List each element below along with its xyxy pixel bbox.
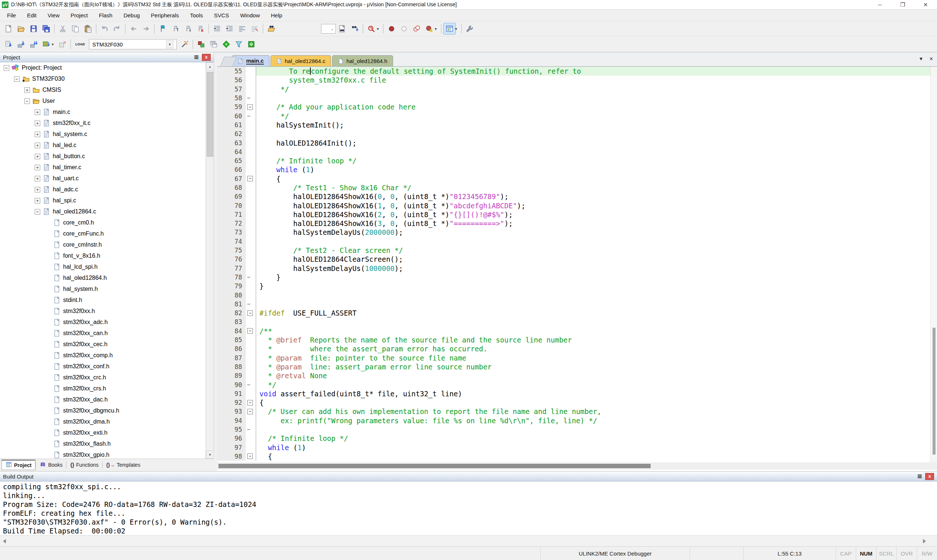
menu-peripherals[interactable]: Peripherals — [145, 9, 185, 21]
collapse-icon[interactable]: − — [4, 65, 9, 71]
pin-icon[interactable]: 𝌆 — [194, 54, 199, 60]
fold-collapse-icon[interactable]: − — [247, 454, 253, 459]
code-line[interactable]: 67− { — [217, 174, 930, 183]
new-file-button[interactable] — [2, 23, 15, 35]
code-line[interactable]: 95 — [217, 425, 930, 434]
fold-collapse-icon[interactable]: − — [247, 104, 253, 110]
code-line[interactable]: 80 — [217, 291, 930, 299]
scroll-thumb[interactable] — [207, 72, 213, 157]
uncomment-button[interactable] — [249, 23, 261, 35]
tree-item[interactable]: +hal_led.c — [0, 140, 205, 151]
tree-item[interactable]: stm32f0xx_exti.h — [0, 427, 205, 438]
expand-icon[interactable]: + — [35, 165, 40, 170]
expand-icon[interactable]: + — [35, 109, 40, 115]
code-line[interactable]: 76 halOLED12864ClearScreen(); — [217, 255, 930, 264]
panel-tab-templates[interactable]: ()→Templates — [103, 460, 144, 470]
packs-filter-button[interactable] — [233, 38, 245, 50]
batch-build-button[interactable] — [40, 38, 52, 50]
tree-item[interactable]: hal_oled12864.h — [0, 272, 205, 283]
indent-button[interactable] — [211, 23, 223, 35]
close-icon[interactable]: x — [925, 473, 934, 480]
code-line[interactable]: 59− /* Add your application code here — [217, 103, 930, 111]
tree-item[interactable]: core_cm0.h — [0, 217, 205, 228]
debug-session-button[interactable] — [195, 38, 207, 50]
fold-margin[interactable]: − — [246, 398, 256, 407]
window-layout-button[interactable] — [443, 23, 456, 35]
paste-button[interactable] — [82, 23, 94, 35]
close-icon[interactable]: ✕ — [929, 56, 933, 62]
tree-item[interactable]: stm32f0xx_crs.h — [0, 383, 205, 394]
code-line[interactable]: 92−{ — [217, 398, 930, 407]
code-line[interactable]: 74 — [217, 237, 930, 246]
fold-collapse-icon[interactable]: − — [247, 328, 253, 334]
code-line[interactable]: 82−#ifdef USE_FULL_ASSERT — [217, 309, 930, 317]
doc-find-button[interactable] — [336, 23, 348, 35]
manage-rte-button[interactable] — [220, 38, 233, 50]
code-line[interactable]: 81 — [217, 300, 930, 309]
menu-view[interactable]: View — [42, 9, 65, 21]
code-line[interactable]: 56 system_stm32f0xx.c file — [217, 75, 930, 85]
code-line[interactable]: 97 while (1) — [217, 443, 930, 452]
scroll-left-icon[interactable] — [3, 539, 6, 543]
redo-button[interactable] — [111, 23, 123, 35]
menu-edit[interactable]: Edit — [22, 9, 42, 21]
expand-icon[interactable]: + — [35, 132, 40, 137]
tree-item[interactable]: core_cmInstr.h — [0, 239, 205, 250]
expand-icon[interactable]: + — [24, 88, 30, 93]
restore-button[interactable]: ❐ — [891, 0, 914, 9]
tree-item[interactable]: font_v_8x16.h — [0, 250, 205, 262]
chevron-down-icon[interactable]: ▾ — [377, 26, 381, 31]
code-line[interactable]: 73 halSystemDelayUs(2000000); — [217, 228, 930, 237]
menu-svcs[interactable]: SVCS — [208, 9, 235, 21]
tree-item[interactable]: hal_system.h — [0, 283, 205, 295]
tree-item[interactable]: stm32f0xx_conf.h — [0, 361, 205, 372]
menu-file[interactable]: File — [2, 9, 22, 21]
expand-icon[interactable]: + — [35, 120, 40, 126]
tree-item[interactable]: +hal_spi.c — [0, 195, 205, 206]
find-button[interactable] — [365, 23, 378, 35]
menu-project[interactable]: Project — [65, 9, 93, 21]
download-button[interactable]: LOAD — [73, 43, 88, 46]
nav-forward-button[interactable] — [140, 23, 153, 35]
code-line[interactable]: 57 */ — [217, 85, 930, 94]
expand-icon[interactable]: + — [35, 154, 40, 159]
chevron-down-icon[interactable]: ▾ — [435, 26, 439, 31]
tree-item[interactable]: +hal_uart.c — [0, 173, 205, 184]
tree-item[interactable]: stm32f0xx_comp.h — [0, 350, 205, 361]
code-line[interactable]: 85 * @brief Reports the name of the sour… — [217, 335, 930, 344]
code-line[interactable]: 86 * where the assert_param error has oc… — [217, 344, 930, 353]
save-all-button[interactable] — [40, 23, 52, 35]
tree-item[interactable]: stm32f0xx_cec.h — [0, 339, 205, 350]
minimize-button[interactable]: ─ — [868, 0, 891, 9]
tree-item[interactable]: stdint.h — [0, 295, 205, 306]
fold-margin[interactable]: − — [246, 452, 256, 461]
fold-collapse-icon[interactable]: − — [247, 400, 253, 406]
fold-margin[interactable]: − — [246, 309, 256, 317]
tree-item[interactable]: +hal_button.c — [0, 151, 205, 162]
code-line[interactable]: 62 — [217, 129, 930, 138]
menu-window[interactable]: Window — [235, 9, 266, 21]
copy-button[interactable] — [69, 23, 82, 35]
code-line[interactable]: 65 /* Infinite loop */ — [217, 156, 930, 165]
editor-vertical-scrollbar[interactable] — [930, 67, 937, 462]
editor-tab-hal_oled12864.h[interactable]: hal_oled12864.h — [332, 55, 393, 66]
bookmark-prev-button[interactable] — [169, 23, 182, 35]
tree-item[interactable]: core_cmFunc.h — [0, 228, 205, 239]
code-line[interactable]: 90 */ — [217, 380, 930, 389]
comment-button[interactable] — [236, 23, 249, 35]
code-line[interactable]: 64 — [217, 148, 930, 156]
fold-collapse-icon[interactable]: − — [247, 176, 253, 182]
code-line[interactable]: 89 * @retval None — [217, 371, 930, 380]
bookmark-next-button[interactable] — [182, 23, 194, 35]
bookmark-clear-button[interactable] — [194, 23, 207, 35]
code-line[interactable]: 72 halOLED12864ShowX16(3, 0, (uint8_t *)… — [217, 219, 930, 228]
collapse-icon[interactable]: − — [35, 209, 40, 215]
code-line[interactable]: 75 /* Test2 - Clear screen */ — [217, 246, 930, 255]
code-line[interactable]: 93− /* User can add his own implementati… — [217, 407, 930, 416]
outdent-button[interactable] — [223, 23, 236, 35]
expand-icon[interactable]: + — [35, 143, 40, 148]
tree-item[interactable]: stm32f0xx_dbgmcu.h — [0, 405, 205, 416]
search-combo[interactable]: ⌄ — [321, 24, 336, 34]
code-line[interactable]: 58 — [217, 94, 930, 103]
pack-installer-button[interactable] — [245, 38, 258, 50]
